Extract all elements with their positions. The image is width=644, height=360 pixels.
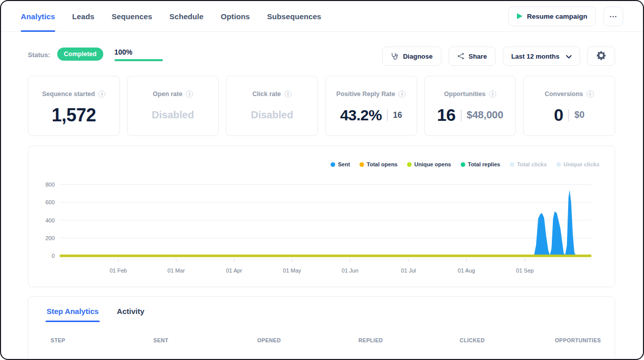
column-header-clicked: CLICKED	[460, 337, 555, 343]
card-title: Open rate	[153, 90, 182, 98]
step-analytics-card: Step Analytics Activity STEP SENT OPENED…	[28, 296, 615, 360]
card-value: 0	[554, 105, 563, 125]
x-tick-label: 01 Apr	[218, 267, 250, 274]
card-value-disabled: Disabled	[251, 109, 293, 121]
card-secondary-value: $48,000	[467, 109, 503, 121]
card-title: Positive Reply Rate	[336, 90, 395, 98]
x-tick-label: 01 Jun	[334, 267, 366, 274]
chart-legend: Sent Total opens Unique opens Total repl…	[331, 161, 599, 167]
legend-item-unique-opens[interactable]: Unique opens	[407, 161, 451, 167]
y-tick-label: 200	[28, 235, 55, 241]
top-nav-bar: Analytics Leads Sequences Schedule Optio…	[1, 1, 643, 32]
card-positive-reply-rate: Positive Reply Rate 43.2% 16	[325, 76, 417, 136]
x-tick-label: 01 May	[276, 267, 308, 274]
legend-dot	[407, 162, 412, 167]
diagnose-label: Diagnose	[403, 53, 433, 60]
header-actions: Resume campaign ...	[508, 7, 623, 26]
legend-item-unique-clicks[interactable]: Unique clicks	[556, 161, 599, 167]
progress-bar	[114, 59, 163, 61]
column-header-opened: OPENED	[257, 337, 358, 343]
status-actions: Diagnose Share Last	[382, 47, 615, 66]
sends-chart-card: Sent Total opens Unique opens Total repl…	[28, 146, 615, 287]
progress-bar-fill	[114, 59, 163, 61]
card-value-disabled: Disabled	[152, 109, 194, 121]
legend-dot	[359, 162, 364, 167]
column-header-replied: REPLIED	[358, 337, 460, 343]
kpi-cards-row: Sequence started 1,572 Open rate Disable…	[28, 76, 615, 136]
date-range-select[interactable]: Last 12 months	[503, 47, 580, 66]
ellipsis-icon: ...	[610, 12, 618, 17]
settings-button[interactable]	[587, 47, 615, 66]
nav-tabs: Analytics Leads Sequences Schedule Optio…	[21, 1, 321, 31]
date-range-label: Last 12 months	[511, 53, 559, 60]
y-tick-label: 400	[28, 217, 55, 223]
card-sequence-started: Sequence started 1,572	[28, 76, 120, 136]
card-opportunities: Opportunities 16 $48,000	[424, 76, 516, 136]
x-tick-label: 01 Jul	[392, 267, 425, 274]
tab-subsequences[interactable]: Subsequences	[267, 1, 321, 31]
gear-icon	[596, 51, 606, 62]
column-header-step: STEP	[51, 337, 153, 343]
more-options-button[interactable]: ...	[603, 7, 623, 26]
campaign-progress: 100%	[114, 48, 163, 61]
legend-item-sent[interactable]: Sent	[331, 161, 350, 167]
campaign-analytics-page: Analytics Leads Sequences Schedule Optio…	[0, 0, 644, 360]
x-tick-label: 01 Mar	[160, 267, 192, 274]
info-icon[interactable]	[489, 91, 496, 98]
card-value: 43.2%	[340, 107, 382, 124]
card-title: Conversions	[545, 90, 583, 98]
card-secondary-value: $0	[574, 110, 584, 120]
y-tick-label: 600	[28, 199, 55, 205]
column-header-sent: SENT	[153, 337, 257, 343]
info-icon[interactable]	[587, 91, 594, 98]
info-icon[interactable]	[285, 91, 292, 98]
card-value: 16	[437, 105, 456, 125]
value-divider	[461, 109, 462, 121]
sent-area-chart	[60, 181, 591, 266]
tab-sequences[interactable]: Sequences	[111, 1, 152, 31]
tab-step-analytics[interactable]: Step Analytics	[47, 307, 99, 322]
value-divider	[387, 109, 388, 121]
card-value: 1,572	[52, 105, 96, 126]
chevron-down-icon	[566, 53, 572, 60]
card-title: Click rate	[253, 90, 281, 98]
legend-item-total-clicks[interactable]: Total clicks	[510, 161, 547, 167]
status-label: Status:	[28, 51, 50, 59]
tab-activity[interactable]: Activity	[117, 307, 144, 322]
share-label: Share	[469, 53, 487, 60]
legend-item-total-replies[interactable]: Total replies	[461, 161, 500, 167]
card-open-rate: Open rate Disabled	[127, 76, 219, 136]
info-icon[interactable]	[186, 91, 193, 98]
progress-percent-label: 100%	[114, 48, 163, 56]
y-tick-label: 800	[28, 182, 55, 188]
tab-schedule[interactable]: Schedule	[170, 1, 204, 31]
tab-options[interactable]: Options	[221, 1, 250, 31]
x-tick-label: 01 Aug	[450, 267, 482, 274]
x-tick-label: 01 Sep	[509, 267, 541, 274]
share-icon	[457, 53, 464, 60]
value-divider	[568, 109, 569, 121]
card-click-rate: Click rate Disabled	[226, 76, 318, 136]
status-badge: Completed	[57, 48, 103, 61]
card-secondary-value: 16	[393, 111, 402, 120]
tab-leads[interactable]: Leads	[72, 1, 95, 31]
y-tick-label: 0	[28, 253, 55, 259]
share-button[interactable]: Share	[449, 47, 496, 66]
resume-campaign-label: Resume campaign	[527, 13, 587, 20]
play-icon	[517, 13, 522, 19]
legend-dot	[331, 162, 335, 167]
resume-campaign-button[interactable]: Resume campaign	[508, 7, 596, 26]
card-title: Sequence started	[42, 90, 95, 98]
step-table-header-row: STEP SENT OPENED REPLIED CLICKED OPPORTU…	[28, 337, 615, 343]
card-title: Opportunities	[444, 90, 486, 98]
column-header-opportunities: OPPORTUNITIES	[555, 337, 601, 343]
stethoscope-icon	[391, 53, 398, 60]
tab-analytics[interactable]: Analytics	[21, 1, 55, 31]
card-conversions: Conversions 0 $0	[523, 76, 615, 136]
info-icon[interactable]	[98, 91, 105, 98]
diagnose-button[interactable]: Diagnose	[382, 47, 441, 66]
x-tick-label: 01 Feb	[102, 267, 135, 274]
info-icon[interactable]	[398, 91, 406, 98]
legend-dot	[556, 162, 561, 167]
legend-item-total-opens[interactable]: Total opens	[359, 161, 397, 167]
